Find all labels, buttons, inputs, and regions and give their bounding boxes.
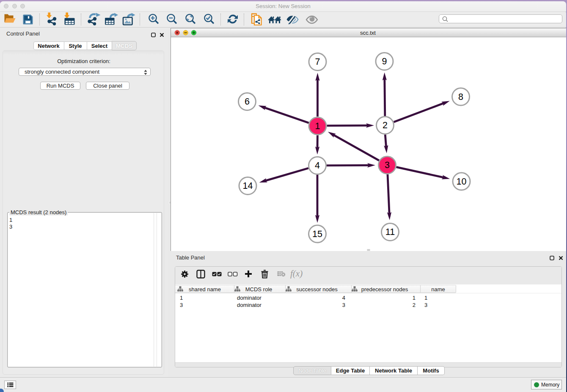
svg-text:9: 9 xyxy=(382,56,387,66)
svg-text:3: 3 xyxy=(385,160,390,170)
svg-text:6: 6 xyxy=(245,97,250,107)
svg-text:4: 4 xyxy=(315,160,320,171)
svg-text:7: 7 xyxy=(315,57,320,67)
svg-text:15: 15 xyxy=(312,229,322,239)
svg-text:11: 11 xyxy=(385,227,395,237)
svg-text:2: 2 xyxy=(383,120,388,130)
svg-text:8: 8 xyxy=(458,92,463,102)
svg-text:14: 14 xyxy=(243,181,253,191)
svg-text:10: 10 xyxy=(457,177,467,187)
svg-text:1: 1 xyxy=(315,121,320,131)
